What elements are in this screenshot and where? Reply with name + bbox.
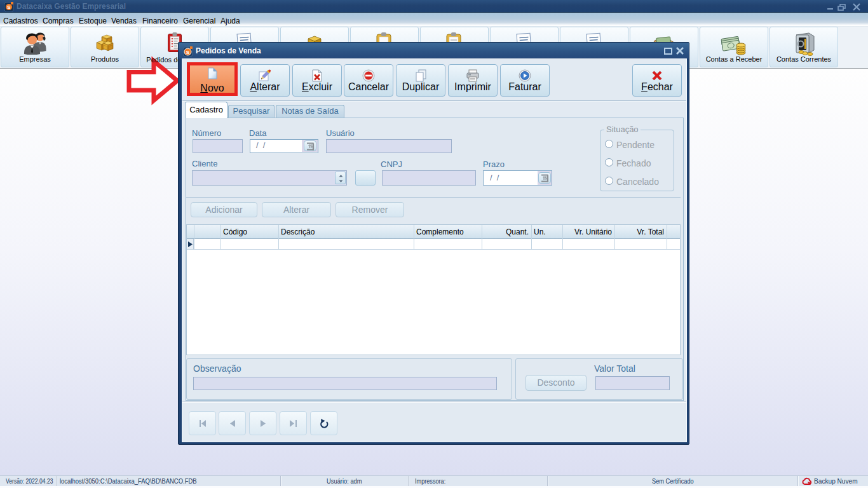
svg-text:S: S	[7, 4, 11, 10]
svg-text:S: S	[186, 50, 190, 55]
